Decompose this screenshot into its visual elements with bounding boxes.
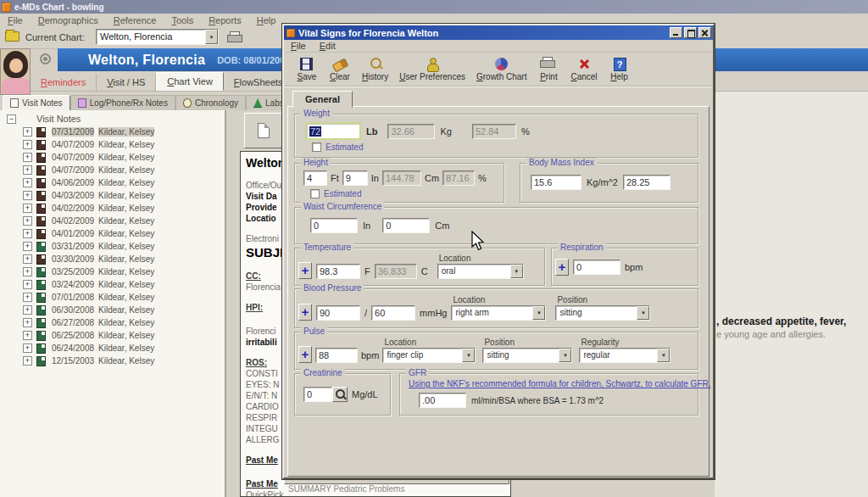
menu-item[interactable]: Reference [106,15,164,25]
menu-item[interactable]: Demographics [31,15,106,25]
visit-note-row[interactable]: 04/07/2009 Kildear, Kelsey [0,164,225,176]
main-tab[interactable]: Chart View [156,72,224,91]
expand-icon[interactable] [23,127,32,137]
blood-pressure-add-button[interactable] [298,304,312,321]
chevron-down-icon[interactable]: ▼ [462,349,475,362]
history-button[interactable]: History [359,56,392,82]
menu-item[interactable]: Tools [164,15,201,25]
visit-note-row[interactable]: 04/07/2009 Kildear, Kelsey [0,138,225,151]
main-tab[interactable]: Reminders [31,74,97,91]
chevron-down-icon[interactable]: ▼ [637,306,649,320]
expand-icon[interactable] [23,140,32,149]
waist-cm-field[interactable]: 0 [382,218,430,233]
bp-systolic-field[interactable]: 90 [316,305,360,321]
chevron-down-icon[interactable]: ▼ [532,306,545,320]
save-button[interactable]: Save [292,56,321,82]
expand-icon[interactable] [23,178,32,187]
height-in-field[interactable]: 9 [342,170,368,186]
visit-note-row[interactable]: 03/25/2009 Kildear, Kelsey [0,265,225,278]
chart-status-icon[interactable] [40,53,51,64]
expand-icon[interactable] [23,254,32,264]
chart-folder-icon[interactable] [5,31,19,42]
expand-icon[interactable] [23,343,32,353]
expand-icon[interactable] [23,204,32,213]
current-chart-select[interactable]: Welton, Florencia ▼ [96,29,219,45]
clear-button[interactable]: Clear [326,56,354,82]
visit-note-row[interactable]: 03/30/2009 Kildear, Kelsey [0,253,225,265]
visit-note-row[interactable]: 04/03/2009 Kildear, Kelsey [0,189,225,202]
dialog-menu-item[interactable]: File [284,41,313,51]
dialog-titlebar[interactable]: Vital Signs for Florencia Welton [284,25,713,40]
main-tab[interactable]: Visit / HS [97,74,156,91]
visit-note-row[interactable]: 07/31/2009 Kildear, Kelsey [0,126,225,138]
expand-icon[interactable] [23,305,32,315]
collapse-icon[interactable] [7,114,16,124]
bp-position-select[interactable]: sitting ▼ [555,305,650,321]
expand-icon[interactable] [23,216,32,226]
growth-chart-button[interactable]: Growth Chart [473,56,530,82]
bp-location-select[interactable]: right arm ▼ [451,305,546,321]
expand-icon[interactable] [23,318,32,327]
gfr-formula-link[interactable]: Using the NKF's recommended formula for … [409,379,711,388]
visit-note-row[interactable]: 04/01/2009 Kildear, Kelsey [0,227,225,240]
visit-note-row[interactable]: 03/24/2009 Kildear, Kelsey [0,278,225,291]
menu-item[interactable]: File [0,15,31,25]
pulse-regularity-select[interactable]: regular ▼ [579,348,670,363]
tree-root[interactable]: Visit Notes [0,110,225,126]
menu-item[interactable]: Reports [201,15,249,25]
visit-note-row[interactable]: 06/27/2008 Kildear, Kelsey [0,316,225,329]
edit-note-button[interactable] [244,113,283,148]
expand-icon[interactable] [23,293,32,302]
notes-subtab[interactable]: Chronology [175,95,246,110]
temperature-location-select[interactable]: oral ▼ [437,264,524,279]
temperature-f-field[interactable]: 98.3 [316,264,360,279]
help-button[interactable]: Help [605,56,634,82]
weight-estimated-checkbox[interactable] [312,142,321,152]
visit-note-row[interactable]: 12/15/2003 Kildear, Kelsey [0,355,225,367]
expand-icon[interactable] [23,267,32,276]
visit-note-row[interactable]: 03/31/2009 Kildear, Kelsey [0,240,225,253]
notes-subtab[interactable]: Log/Phone/Rx Notes [70,95,175,110]
temperature-add-button[interactable] [298,262,312,279]
creatinine-search-button[interactable] [332,387,348,402]
close-button[interactable] [698,27,711,38]
height-ft-field[interactable]: 4 [303,170,327,186]
dialog-menu-item[interactable]: Edit [313,41,342,51]
visit-note-row[interactable]: 04/07/2009 Kildear, Kelsey [0,151,225,164]
visit-note-row[interactable]: 04/02/2009 Kildear, Kelsey [0,202,225,215]
expand-icon[interactable] [23,280,32,289]
expand-icon[interactable] [23,153,32,162]
tab-general[interactable]: General [292,91,353,108]
creatinine-field[interactable]: 0 [303,387,332,402]
notes-subtab[interactable]: Visit Notes [3,95,70,110]
pulse-location-select[interactable]: finger clip ▼ [382,348,476,363]
pulse-position-select[interactable]: sitting ▼ [482,348,572,363]
bmi-pct-field[interactable]: 28.25 [623,175,670,190]
gfr-field[interactable]: .00 [419,393,466,408]
expand-icon[interactable] [23,229,32,238]
print-button[interactable]: Print [534,56,563,82]
visit-note-row[interactable]: 06/30/2008 Kildear, Kelsey [0,304,225,316]
chevron-down-icon[interactable]: ▼ [510,265,523,278]
pulse-add-button[interactable] [298,346,312,363]
maximize-button[interactable] [684,27,697,38]
chevron-down-icon[interactable]: ▼ [205,30,218,44]
respiration-field[interactable]: 0 [573,260,620,275]
user-preferences-button[interactable]: User Preferences [396,56,469,82]
height-estimated-checkbox[interactable] [310,189,320,198]
weight-lb-field[interactable]: 72 [305,122,361,140]
print-chart-icon[interactable] [227,31,241,42]
minimize-button[interactable] [670,27,682,38]
visit-note-row[interactable]: 06/25/2008 Kildear, Kelsey [0,329,225,342]
chevron-down-icon[interactable]: ▼ [657,349,670,362]
pulse-field[interactable]: 88 [315,348,358,363]
waist-in-field[interactable]: 0 [310,218,358,233]
bp-diastolic-field[interactable]: 60 [371,305,415,321]
cancel-button[interactable]: Cancel [567,56,600,82]
expand-icon[interactable] [23,356,32,366]
visit-note-row[interactable]: 04/02/2009 Kildear, Kelsey [0,215,225,227]
visit-note-row[interactable]: 06/24/2008 Kildear, Kelsey [0,342,225,355]
chevron-down-icon[interactable]: ▼ [559,349,571,362]
expand-icon[interactable] [23,191,32,200]
expand-icon[interactable] [23,242,32,251]
